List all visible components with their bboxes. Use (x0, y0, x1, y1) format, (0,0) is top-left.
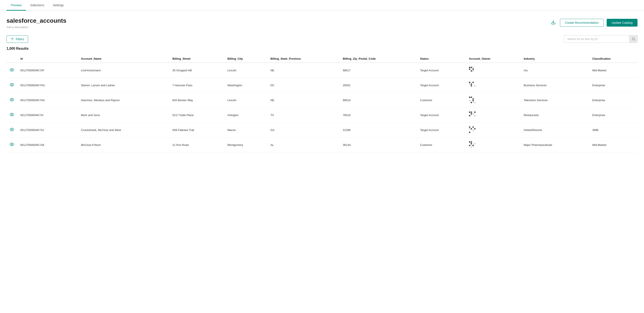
row-billing-zip: 31296 (340, 123, 417, 137)
row-account-name: McClure-Fritsch (78, 137, 169, 152)
col-header-billing-street: Billing_Street (169, 55, 224, 63)
search-icon (632, 37, 635, 41)
row-billing-city: Washington (224, 78, 268, 93)
page-header-left: salesforce_accounts Add a description (6, 17, 66, 29)
create-recommendation-button[interactable]: Create Recommendation (560, 19, 604, 27)
filters-label: Filters (16, 37, 24, 41)
row-billing-zip: 68517 (340, 63, 417, 78)
row-status: Customer (417, 93, 466, 108)
row-billing-city: Lincoln (224, 63, 268, 78)
row-id: 001J7000004K7AK (17, 137, 78, 152)
row-billing-state: GA (268, 123, 340, 137)
row-status: Customer (417, 137, 466, 152)
row-billing-street: 820 Becker Way (169, 93, 224, 108)
filter-icon (10, 37, 14, 41)
row-id: 001J7000004K7AH (17, 93, 78, 108)
row-classification: Mid-Market (589, 63, 638, 78)
search-wrapper (564, 35, 638, 43)
eye-icon[interactable] (10, 129, 14, 132)
row-billing-city: Macon (224, 123, 268, 137)
eye-icon[interactable] (10, 99, 14, 103)
row-classification: SMB (589, 123, 638, 137)
row-industry: Television Services (521, 93, 589, 108)
row-billing-city: Lincoln (224, 93, 268, 108)
svg-point-6 (12, 69, 12, 71)
row-eye-cell (6, 123, 17, 137)
table-header: id Account_Name Billing_Street Billing_C… (6, 55, 638, 63)
download-button[interactable] (550, 19, 557, 27)
table-row: 001J7000004K7AGStamm, Larson and Ledner7… (6, 78, 638, 93)
page-header: salesforce_accounts Add a description Cr… (6, 17, 638, 29)
row-billing-zip: 76016 (340, 108, 417, 123)
row-billing-street: 21 Kim Road (169, 137, 224, 152)
eye-icon[interactable] (10, 144, 14, 147)
table-row: 001J7000004K7AHHammes, Nikolaus and Rayn… (6, 93, 638, 108)
row-eye-cell (6, 108, 17, 123)
row-billing-city: Arlington (224, 108, 268, 123)
row-status: Target Account (417, 123, 466, 137)
row-account-name: Hammes, Nikolaus and Raynor (78, 93, 169, 108)
search-button[interactable] (629, 35, 638, 43)
col-header-billing-city: Billing_City (224, 55, 268, 63)
col-header-id: id (17, 55, 78, 63)
row-account-name: Stamm, Larson and Ledner (78, 78, 169, 93)
table-row: 001J7000004K7AKMcClure-Fritsch21 Kim Roa… (6, 137, 638, 152)
row-id: 001J7000004K7AI (17, 108, 78, 123)
row-classification: Enterprise (589, 108, 638, 123)
row-id: 001J7000004K7AJ (17, 123, 78, 137)
row-account-name: Mohr and Sons (78, 108, 169, 123)
row-eye-cell (6, 137, 17, 152)
row-eye-cell (6, 78, 17, 93)
row-account-name: Lind-Kertzmann (78, 63, 169, 78)
update-catalog-button[interactable]: Update Catalog (607, 19, 638, 27)
row-industry: n/a (521, 63, 589, 78)
tab-preview[interactable]: Preview (6, 0, 26, 11)
row-billing-state: NE (268, 63, 340, 78)
table-row: 001J7000004K7AIMohr and Sons5217 Katie P… (6, 108, 638, 123)
row-account-name: Cruickshank, McClure and West (78, 123, 169, 137)
toolbar: Filters (6, 35, 638, 43)
col-header-billing-zip: Billing_Zip_Postal_Code (340, 55, 417, 63)
table-row: 001J7000004K7AFLind-Kertzmann35 Onsgard … (6, 63, 638, 78)
row-status: Target Account (417, 78, 466, 93)
eye-icon[interactable] (10, 114, 14, 117)
row-industry: Business Services (521, 78, 589, 93)
row-billing-state: NE (268, 93, 340, 108)
row-billing-zip: 68510 (340, 93, 417, 108)
row-industry: Restaurants (521, 108, 589, 123)
row-billing-state: AL (268, 137, 340, 152)
row-classification: Enterprise (589, 93, 638, 108)
row-billing-street: 5217 Katie Place (169, 108, 224, 123)
search-input[interactable] (564, 35, 638, 43)
tab-selections[interactable]: Selections (26, 0, 48, 11)
eye-icon[interactable] (10, 84, 14, 88)
top-navigation: Preview Selections Settings (0, 0, 644, 11)
row-account-owner (466, 123, 521, 137)
page-content: salesforce_accounts Add a description Cr… (0, 11, 644, 152)
col-header-account-name: Account_Name (78, 55, 169, 63)
tab-settings[interactable]: Settings (48, 0, 68, 11)
row-billing-state: DC (268, 78, 340, 93)
col-header-classification: Classification (589, 55, 638, 63)
row-account-owner (466, 78, 521, 93)
row-billing-zip: 36134 (340, 137, 417, 152)
row-status: Target Account (417, 63, 466, 78)
page-description[interactable]: Add a description (6, 26, 66, 29)
svg-point-7 (12, 84, 12, 85)
col-header-account-owner: Account_Owner (466, 55, 521, 63)
row-billing-street: 7 Hanover Pass (169, 78, 224, 93)
svg-point-10 (12, 129, 12, 130)
eye-icon[interactable] (10, 69, 14, 73)
row-classification: Enterprise (589, 78, 638, 93)
svg-point-9 (12, 114, 12, 115)
row-account-owner (466, 63, 521, 78)
row-industry: Hotels/Resorts (521, 123, 589, 137)
row-id: 001J7000004K7AF (17, 63, 78, 78)
row-classification: Mid-Market (589, 137, 638, 152)
page-header-right: Create Recommendation Update Catalog (550, 19, 638, 27)
results-count: 1,000 Results (6, 47, 638, 51)
data-table: id Account_Name Billing_Street Billing_C… (6, 55, 638, 152)
filters-button[interactable]: Filters (6, 36, 28, 43)
row-eye-cell (6, 93, 17, 108)
table-body: 001J7000004K7AFLind-Kertzmann35 Onsgard … (6, 63, 638, 152)
